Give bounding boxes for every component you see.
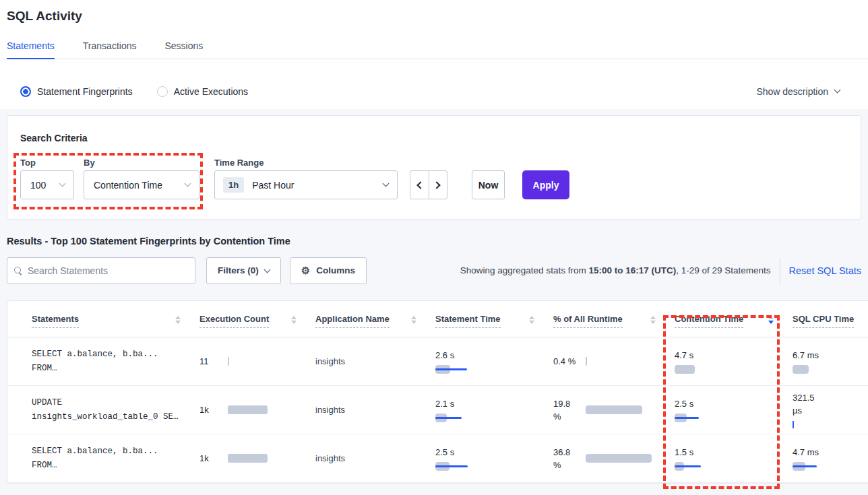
- show-description-toggle[interactable]: Show description: [756, 86, 840, 97]
- sort-icons[interactable]: [291, 314, 297, 324]
- execution-count-value: 1k: [199, 405, 228, 415]
- tab-statements[interactable]: Statements: [7, 40, 55, 59]
- column-header-label: SQL CPU Time: [793, 314, 854, 328]
- contention-time-bar-line: [675, 417, 699, 419]
- chevron-down-icon: [383, 180, 390, 187]
- statement-cell[interactable]: UPDATEinsights_workload_table_0 SE…: [32, 396, 199, 424]
- execution-count-bar: [228, 454, 268, 463]
- sql-cpu-time-cell: 6.7 ms: [793, 349, 868, 374]
- radio-selected-icon: [20, 86, 31, 97]
- radio-statement-fingerprints[interactable]: Statement Fingerprints: [20, 86, 133, 97]
- columns-label: Columns: [316, 265, 355, 275]
- sort-icons[interactable]: [175, 314, 181, 324]
- sort-icons[interactable]: [529, 314, 534, 324]
- application-name-cell: insights: [315, 405, 435, 415]
- column-header-application-name[interactable]: Application Name: [315, 314, 435, 337]
- statement-time-cell: 2.1 s: [435, 397, 553, 422]
- table-body: SELECT a.balance, b.ba...FROM…11insights…: [7, 337, 868, 483]
- column-header-of-all-runtime[interactable]: % of All Runtime: [553, 314, 675, 337]
- top-select[interactable]: 100: [20, 170, 74, 199]
- next-interval-button[interactable]: [429, 171, 447, 199]
- time-range-badge: 1h: [223, 177, 244, 193]
- pct-runtime-cell: 19.8 %: [553, 397, 675, 423]
- reset-sql-stats-link[interactable]: Reset SQL Stats: [789, 265, 861, 276]
- search-statements-input[interactable]: [28, 265, 188, 276]
- execution-count-cell: 1k: [199, 405, 315, 415]
- statement-text: insights_workload_table_0 SE…: [32, 410, 199, 424]
- table-row: UPDATEinsights_workload_table_0 SE…1kins…: [7, 386, 868, 434]
- results-toolbar: Filters (0) ⚙ Columns Showing aggregated…: [7, 257, 861, 284]
- tab-bar: Statements Transactions Sessions: [0, 40, 868, 59]
- statement-text: SELECT a.balance, b.ba...: [32, 348, 199, 362]
- contention-time-bar-line: [675, 465, 701, 467]
- sql-cpu-time-value: 6.7 ms: [793, 349, 826, 362]
- time-range-arrows: [410, 170, 447, 199]
- apply-button[interactable]: Apply: [522, 170, 569, 199]
- sql-cpu-time-bar: [793, 420, 868, 429]
- statement-time-bar: [435, 414, 553, 422]
- tab-transactions[interactable]: Transactions: [83, 40, 137, 59]
- sort-icons[interactable]: [650, 314, 656, 324]
- chevron-left-icon: [416, 181, 424, 189]
- sort-icons[interactable]: [768, 314, 774, 324]
- statement-time-bar: [435, 462, 553, 471]
- sort-asc-icon: [291, 316, 297, 319]
- column-header-contention-time[interactable]: Contention Time: [675, 314, 793, 337]
- statement-text: UPDATE: [32, 396, 199, 410]
- now-button[interactable]: Now: [472, 170, 505, 199]
- page-header: SQL Activity: [0, 0, 868, 24]
- by-select[interactable]: Contention Time: [84, 170, 199, 199]
- pct-runtime-cell: 36.8 %: [553, 446, 675, 471]
- sort-desc-icon: [291, 321, 297, 324]
- by-label: By: [84, 158, 95, 168]
- time-range-label: Time Range: [214, 158, 264, 168]
- radio-unselected-icon: [157, 86, 168, 97]
- execution-count-value: 1k: [199, 453, 228, 463]
- sort-desc-icon: [411, 321, 416, 324]
- contention-time-bar: [675, 414, 793, 422]
- show-description-label: Show description: [756, 86, 828, 97]
- pct-runtime-bar: [586, 357, 587, 366]
- application-name-cell: insights: [315, 356, 435, 366]
- radio-label: Statement Fingerprints: [37, 86, 133, 97]
- statement-cell[interactable]: SELECT a.balance, b.ba...FROM…: [32, 444, 199, 473]
- statement-time-bar: [435, 365, 553, 374]
- search-icon: [14, 267, 22, 274]
- sql-cpu-time-bar-line: [793, 465, 817, 467]
- toolbar-divider: [780, 258, 780, 284]
- column-header-execution-count[interactable]: Execution Count: [199, 314, 315, 337]
- contention-time-value: 1.5 s: [675, 446, 708, 459]
- top-label: Top: [20, 158, 36, 168]
- radio-label: Active Executions: [174, 86, 249, 97]
- statement-time-bar-line: [435, 368, 467, 370]
- results-heading: Results - Top 100 Statement Fingerprints…: [7, 236, 868, 246]
- contention-time-cell: 2.5 s: [675, 397, 793, 422]
- column-header-label: Statements: [32, 314, 79, 328]
- time-range-select[interactable]: 1h Past Hour: [214, 170, 398, 199]
- table-header-row: StatementsExecution CountApplication Nam…: [7, 301, 868, 337]
- time-range-value: Past Hour: [252, 180, 294, 191]
- sql-cpu-time-bar-gray: [793, 365, 809, 374]
- filters-label: Filters (0): [218, 265, 259, 275]
- pct-runtime-bar: [586, 454, 652, 463]
- previous-interval-button[interactable]: [410, 171, 429, 199]
- chevron-down-icon: [834, 87, 841, 94]
- execution-count-bar: [228, 405, 268, 414]
- columns-button[interactable]: ⚙ Columns: [290, 257, 367, 284]
- top-select-value: 100: [30, 180, 46, 191]
- sql-activity-page: SQL Activity Statements Transactions Ses…: [0, 0, 868, 495]
- radio-active-executions[interactable]: Active Executions: [157, 86, 249, 97]
- column-header-statements[interactable]: Statements: [32, 314, 199, 337]
- statement-time-bar-line: [435, 465, 468, 467]
- statement-time-value: 2.1 s: [435, 397, 469, 410]
- filters-button[interactable]: Filters (0): [206, 257, 281, 284]
- column-header-statement-time[interactable]: Statement Time: [435, 314, 553, 337]
- sql-cpu-time-bar: [793, 462, 868, 471]
- statement-cell[interactable]: SELECT a.balance, b.ba...FROM…: [32, 348, 199, 376]
- tab-sessions[interactable]: Sessions: [164, 40, 203, 59]
- column-header-label: Contention Time: [675, 314, 743, 328]
- statements-table: StatementsExecution CountApplication Nam…: [7, 300, 868, 484]
- sort-desc-icon: [650, 321, 656, 324]
- sort-icons[interactable]: [411, 314, 416, 324]
- execution-count-cell: 1k: [199, 453, 315, 463]
